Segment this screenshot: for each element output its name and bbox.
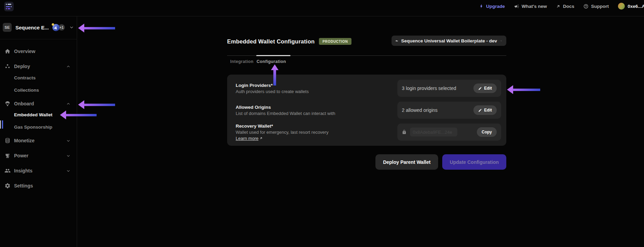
sidebar-divider — [0, 39, 77, 39]
pencil-icon — [478, 87, 482, 90]
sidebar: SE Sequence E... +1 Overview Deploy Cont… — [0, 16, 77, 247]
key-icon — [396, 38, 398, 43]
allowed-origins-edit-button[interactable]: Edit — [473, 105, 497, 115]
topbar-menu: Upgrade What's new Docs Support 0xe6...A… — [479, 2, 644, 10]
chevron-down-icon — [66, 154, 71, 158]
recovery-wallet-description: Wallet used for emergency, last resort r… — [236, 130, 329, 135]
copy-label: Copy — [482, 130, 492, 134]
sidebar-item-contracts[interactable]: Contracts — [0, 74, 77, 82]
sidebar-item-power[interactable]: Power — [0, 152, 77, 160]
docs-label: Docs — [563, 4, 574, 9]
recovery-wallet-address: 0x8Adeba9FE...24e — [410, 128, 457, 136]
team-avatar — [52, 24, 60, 31]
external-arrow-icon — [259, 136, 263, 140]
sidebar-item-label: Deploy — [14, 64, 30, 69]
lock-icon — [402, 130, 407, 134]
home-icon — [4, 48, 11, 54]
sidebar-item-gas-sponsorship[interactable]: Gas Sponsorship — [0, 123, 77, 131]
edit-label: Edit — [484, 108, 492, 113]
upgrade-button[interactable]: Upgrade — [479, 4, 505, 9]
support-link[interactable]: Support — [583, 4, 609, 9]
lightning-bolt-icon — [479, 4, 484, 9]
deploy-cluster-icon — [4, 63, 11, 69]
account-avatar — [618, 3, 625, 10]
sidebar-item-onboard[interactable]: Onboard — [0, 100, 77, 108]
chevron-down-icon — [69, 25, 74, 30]
people-icon — [4, 168, 11, 174]
sidebar-item-label: Settings — [14, 183, 33, 188]
sidebar-item-label: Gas Sponsorship — [14, 125, 52, 130]
allowed-origins-row: Allowed Origins List of domains Embedded… — [232, 102, 501, 119]
upgrade-label: Upgrade — [486, 4, 505, 9]
allowed-origins-label: Allowed Origins — [236, 105, 335, 110]
parachute-icon — [4, 101, 11, 107]
coins-icon — [4, 138, 11, 144]
allowed-origins-value-box: 2 allowed origins Edit — [397, 102, 501, 119]
learn-more-link[interactable]: Learn more — [236, 136, 263, 141]
sidebar-item-label: Insights — [14, 168, 33, 173]
recovery-wallet-label: Recovery Wallet* — [236, 124, 329, 129]
allowed-origins-value: 2 allowed origins — [402, 107, 437, 113]
annotation-arrow-configuration-tab — [271, 64, 278, 86]
topbar: Upgrade What's new Docs Support 0xe6...A… — [0, 0, 644, 16]
sidebar-item-label: Collections — [14, 88, 39, 93]
whats-new-label: What's new — [522, 4, 547, 9]
whats-new-button[interactable]: What's new — [514, 4, 547, 9]
sidebar-item-label: Onboard — [14, 101, 34, 106]
recovery-wallet-value-box: 0x8Adeba9FE...24e Copy — [397, 124, 501, 141]
recovery-wallet-row: Recovery Wallet* Wallet used for emergen… — [232, 124, 501, 141]
gear-icon — [4, 183, 11, 189]
sidebar-item-deploy[interactable]: Deploy — [0, 62, 77, 70]
project-selector-value: Sequence Universal Wallet Boilerplate - … — [401, 38, 497, 43]
support-label: Support — [591, 4, 609, 9]
sequence-logo-icon[interactable] — [4, 2, 14, 11]
sidebar-item-insights[interactable]: Insights — [0, 167, 77, 175]
login-providers-value-box: 3 login providers selected Edit — [397, 80, 501, 97]
sidebar-item-label: Contracts — [14, 75, 36, 80]
configuration-card: Login Providers* Auth providers used to … — [227, 75, 506, 146]
account-address: 0xe6...Al — [628, 4, 644, 9]
chevron-down-icon — [66, 139, 71, 143]
team-name: Sequence E... — [15, 25, 49, 30]
sidebar-item-label: Monetize — [14, 138, 35, 143]
stray-focus-artifact — [0, 120, 3, 129]
sidebar-item-label: Overview — [14, 49, 35, 54]
external-arrow-icon — [556, 4, 560, 9]
annotation-arrow-edit-button — [507, 85, 540, 94]
annotation-arrow-team-selector — [78, 24, 115, 32]
chevron-down-icon — [66, 169, 71, 173]
sidebar-item-label: Power — [14, 153, 28, 158]
notification-dot — [52, 23, 54, 26]
help-circle-icon — [583, 4, 589, 9]
annotation-arrow-embedded-wallet — [60, 110, 97, 119]
login-providers-edit-button[interactable]: Edit — [473, 83, 497, 93]
login-providers-description: Auth providers used to create wallets — [236, 89, 309, 94]
pencil-icon — [478, 108, 482, 112]
chevron-down-icon — [500, 39, 502, 43]
chevron-up-icon — [66, 64, 71, 69]
update-configuration-button[interactable]: Update Configuration — [442, 154, 506, 170]
docs-link[interactable]: Docs — [556, 4, 574, 9]
sidebar-item-overview[interactable]: Overview — [0, 47, 77, 55]
sidebar-item-monetize[interactable]: Monetize — [0, 136, 77, 145]
team-selector[interactable]: SE Sequence E... +1 — [3, 23, 74, 32]
allowed-origins-description: List of domains Embedded Wallet can inte… — [236, 111, 335, 116]
tabbar: Integration Configuration — [227, 55, 506, 67]
page-title: Embedded Wallet Configuration — [227, 38, 314, 45]
tab-integration[interactable]: Integration — [230, 56, 253, 67]
actions-row: Deploy Parent Wallet Update Configuratio… — [227, 154, 506, 170]
sidebar-item-settings[interactable]: Settings — [0, 182, 77, 190]
recovery-wallet-copy-button[interactable]: Copy — [477, 127, 497, 137]
project-selector-dropdown[interactable]: Sequence Universal Wallet Boilerplate - … — [392, 36, 506, 46]
annotation-arrow-onboard — [78, 100, 115, 109]
sidebar-item-collections[interactable]: Collections — [0, 86, 77, 94]
sidebar-item-label: Embedded Wallet — [14, 112, 52, 117]
login-providers-value: 3 login providers selected — [402, 86, 456, 91]
edit-label: Edit — [484, 86, 492, 91]
team-initials-badge: SE — [3, 23, 12, 32]
environment-badge: PRODUCTION — [319, 38, 351, 45]
deploy-parent-wallet-button[interactable]: Deploy Parent Wallet — [375, 154, 438, 170]
chevron-up-icon — [66, 102, 71, 106]
account-menu[interactable]: 0xe6...Al — [618, 3, 644, 10]
megaphone-icon — [514, 4, 519, 9]
